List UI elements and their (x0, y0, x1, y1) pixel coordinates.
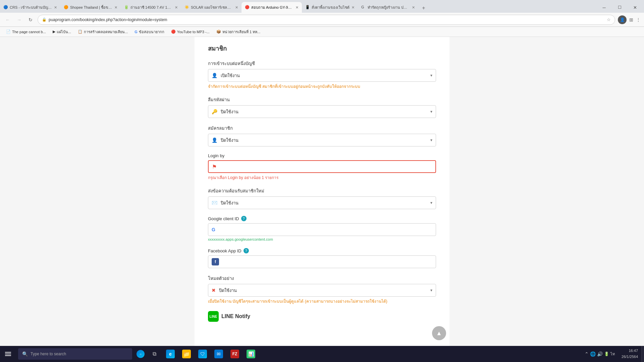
facebook-app-id-input[interactable] (222, 259, 432, 264)
facebook-app-id-input-wrapper[interactable]: f (208, 255, 436, 268)
edge-icon: e (166, 350, 175, 358)
volume-icon[interactable]: 🔊 (597, 351, 603, 357)
taskbar-app-security[interactable]: 🛡 (195, 347, 210, 361)
tab-5[interactable]: 🔴 สอบถาม Arduino GY-906 MLX9... ✕ (241, 2, 302, 13)
tab-5-close[interactable]: ✕ (296, 5, 299, 10)
forgot-password-select-wrapper[interactable]: 🔑 ปิดใช้งาน เปิดใช้งาน ▾ (208, 105, 436, 118)
address-text: puaprogram.com/booking/index.php?action=… (49, 17, 604, 22)
system-clock[interactable]: 16:47 26/1/2564 (618, 348, 641, 360)
login-account-arrow: ▾ (430, 73, 432, 78)
bookmark-4-label: ข้อสอบนายากก (139, 29, 164, 35)
google-client-id-hint: xxxxxxxxx.apps.googleusercontent.com (208, 237, 436, 241)
lock-icon: 🔒 (42, 17, 47, 22)
taskbar-app-mail[interactable]: ✉ (211, 347, 226, 361)
login-account-select-wrapper[interactable]: 👤 เปิดใช้งาน ปิดใช้งาน ▾ (208, 69, 436, 82)
settings-icon[interactable]: ⋮ (636, 17, 641, 22)
tab-4-title: SOLAR แผงโซลาร์เซลล์ 5W สำหรับ... (191, 4, 233, 10)
tab-3-favicon: 🔋 (124, 5, 129, 10)
profile-icon[interactable]: 👤 (618, 15, 627, 24)
google-client-id-input[interactable] (219, 227, 432, 232)
tab-6-title: สั่งตาพื้งงานของเว็บไซต์ (312, 4, 350, 10)
demo-mode-select[interactable]: ปิดใช้งาน เปิดใช้งาน (219, 288, 430, 293)
tab-bar: 🔵 CRS - เข้าระบบด้านบัญชีสมาชิกกิจ... ✕ … (0, 0, 644, 13)
taskbar-search[interactable]: 🔍 Type here to search (18, 348, 132, 360)
login-by-box[interactable]: ⚑ (208, 160, 436, 173)
tab-3-title: ถ่านอาชี 14500 7.4V 1300mAh บ... (130, 4, 173, 10)
taskbar-app-edge[interactable]: e (163, 347, 178, 361)
tab-2-close[interactable]: ✕ (114, 5, 117, 10)
chevron-up-icon[interactable]: ⌃ (585, 351, 589, 357)
tab-1-favicon: 🔵 (3, 5, 8, 10)
bookmark-2-icon: ▶ (53, 29, 55, 34)
close-button[interactable]: ✕ (627, 2, 643, 13)
maximize-button[interactable]: ☐ (612, 2, 627, 13)
tab-4-close[interactable]: ✕ (235, 5, 238, 10)
google-client-id-input-wrapper[interactable]: G (208, 223, 436, 236)
taskbar-app-filezilla[interactable]: FZ (227, 347, 242, 361)
show-desktop-button[interactable] (641, 346, 644, 362)
tab-7-title: ทำรัตถุกหญิงร้างงาน ปนิกดลจดอบ... (368, 4, 410, 10)
demo-mode-arrow: ▾ (430, 288, 432, 293)
tab-6[interactable]: 📱 สั่งตาพื้งงานของเว็บไซต์ ✕ (302, 2, 358, 13)
back-button[interactable]: ← (3, 15, 12, 24)
forgot-password-label: ลืมรหัสผ่าน (208, 96, 436, 103)
address-bar[interactable]: 🔒 puaprogram.com/booking/index.php?actio… (38, 15, 615, 25)
google-client-id-help-icon[interactable]: ? (241, 216, 247, 221)
scroll-to-top-button[interactable]: ▲ (432, 326, 446, 340)
task-view-button[interactable]: ⧉ (147, 347, 162, 361)
reload-button[interactable]: ↻ (26, 15, 35, 24)
clock-date: 26/1/2564 (622, 354, 638, 360)
forward-button[interactable]: → (15, 15, 23, 24)
line-logo-text: LINE (210, 315, 217, 318)
tab-6-close[interactable]: ✕ (352, 5, 355, 10)
tab-3[interactable]: 🔋 ถ่านอาชี 14500 7.4V 1300mAh บ... ✕ (121, 2, 181, 13)
clock-time: 16:47 (629, 348, 638, 354)
tab-4[interactable]: ☀️ SOLAR แผงโซลาร์เซลล์ 5W สำหรับ... ✕ (181, 2, 241, 13)
tab-1-close[interactable]: ✕ (54, 5, 57, 10)
new-tab-button[interactable]: + (419, 3, 428, 13)
tab-7-favicon: G (361, 5, 366, 10)
tab-6-favicon: 📱 (305, 5, 310, 10)
welcome-message-select-wrapper[interactable]: ✉️ ปิดใช้งาน เปิดใช้งาน ▾ (208, 196, 436, 209)
bookmark-3[interactable]: 📋 การสร้างตลอดหมายเลียน... (75, 28, 130, 36)
bookmark-2-label: แฝไบ้น... (57, 29, 71, 35)
cortana-button[interactable]: ○ (134, 348, 147, 360)
register-select[interactable]: ปิดใช้งาน เปิดใช้งาน (221, 138, 430, 143)
network-icon[interactable]: 🌐 (590, 351, 596, 357)
tab-2[interactable]: 🟠 Shopee Thailand | ชื้อขายมาบนชิ... ✕ (60, 2, 121, 13)
taskbar-apps: e 📁 🛡 ✉ FZ 📊 (163, 347, 258, 361)
forgot-password-field: ลืมรหัสผ่าน 🔑 ปิดใช้งาน เปิดใช้งาน ▾ (208, 96, 436, 118)
address-star-icon[interactable]: ☆ (607, 17, 611, 22)
facebook-icon: f (212, 258, 219, 265)
tab-7-close[interactable]: ✕ (412, 5, 415, 10)
extensions-icon[interactable]: ⊞ (629, 17, 633, 22)
security-icon: 🛡 (198, 350, 207, 358)
forgot-password-arrow: ▾ (430, 109, 432, 114)
minimize-button[interactable]: ─ (596, 2, 612, 13)
taskbar: 🔍 Type here to search ○ ⧉ e 📁 🛡 ✉ FZ 📊 (0, 346, 644, 362)
keyboard-icon[interactable]: ไท (610, 351, 615, 357)
taskbar-app-green[interactable]: 📊 (244, 347, 258, 361)
tab-1[interactable]: 🔵 CRS - เข้าระบบด้านบัญชีสมาชิกกิจ... ✕ (0, 2, 60, 13)
facebook-app-id-help-icon[interactable]: ? (244, 248, 249, 253)
demo-mode-select-wrapper[interactable]: ✖ ปิดใช้งาน เปิดใช้งาน ▾ (208, 284, 436, 297)
login-account-select[interactable]: เปิดใช้งาน ปิดใช้งาน (221, 73, 430, 78)
forgot-password-select[interactable]: ปิดใช้งาน เปิดใช้งาน (221, 109, 430, 114)
battery-icon[interactable]: 🔋 (604, 352, 609, 356)
bookmark-5[interactable]: 🔴 YouTube to MP3 -... (168, 29, 212, 35)
taskbar-app-explorer[interactable]: 📁 (179, 347, 194, 361)
welcome-message-select[interactable]: ปิดใช้งาน เปิดใช้งาน (221, 200, 430, 205)
register-icon: 👤 (212, 137, 217, 143)
line-logo: LINE (208, 311, 219, 322)
bookmark-1[interactable]: 📄 The page cannot b... (3, 29, 49, 35)
bookmark-2[interactable]: ▶ แฝไบ้น... (50, 28, 74, 36)
register-arrow: ▾ (430, 138, 432, 142)
login-by-error: กรุณาเลือก Login by อย่างน้อย 1 รายการ (208, 174, 436, 181)
tab-3-close[interactable]: ✕ (175, 5, 178, 10)
tab-7[interactable]: G ทำรัตถุกหญิงร้างงาน ปนิกดลจดอบ... ✕ (358, 2, 418, 13)
bookmark-6[interactable]: 📦 หน่วยการเลียนที่ 1 หห... (214, 28, 263, 36)
start-button[interactable] (0, 346, 16, 362)
register-select-wrapper[interactable]: 👤 ปิดใช้งาน เปิดใช้งาน ▾ (208, 134, 436, 146)
bookmark-4[interactable]: G ข้อสอบนายากก (132, 28, 167, 36)
system-tray: ⌃ 🌐 🔊 🔋 ไท (581, 351, 618, 357)
